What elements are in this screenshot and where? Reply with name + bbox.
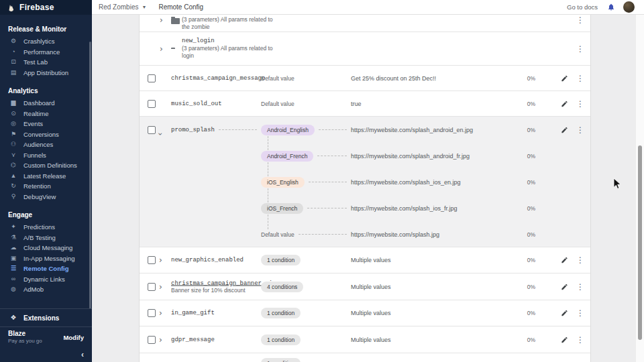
condition-zone: Android_French bbox=[261, 151, 351, 162]
notifications-bell-icon[interactable] bbox=[607, 3, 615, 11]
row-menu-icon[interactable]: ⋮ bbox=[576, 256, 584, 264]
sidebar-item-conversions[interactable]: ⚑Conversions bbox=[0, 129, 92, 140]
edit-icon[interactable] bbox=[561, 74, 568, 82]
sidebar-item-extensions[interactable]: ❖ Extensions bbox=[0, 308, 92, 327]
sidebar-item-in-app-messaging[interactable]: ▣In-App Messaging bbox=[0, 253, 92, 264]
usage-percent: 0% bbox=[527, 153, 535, 160]
chevron-right-icon[interactable]: › bbox=[160, 45, 163, 53]
chevron-right-icon[interactable]: › bbox=[160, 16, 163, 24]
remote-config-icon: ☰ bbox=[9, 265, 18, 272]
firebase-logo-bar[interactable]: Firebase bbox=[0, 0, 92, 15]
sidebar-item-crashlytics[interactable]: ⚙Crashlytics bbox=[0, 36, 92, 47]
group-description: (3 parameters) All params related to the… bbox=[182, 16, 273, 31]
table-row-group-new-login[interactable]: › new_login (3 parameters) All params re… bbox=[140, 32, 590, 66]
section-header-release-monitor: Release & Monitor bbox=[0, 23, 92, 36]
sidebar-item-remote-config[interactable]: ☰Remote Config bbox=[0, 263, 92, 274]
section-engage: Engage ✦Predictions ⚗A/B Testing ☁Cloud … bbox=[0, 204, 92, 298]
table-row-group-zombie[interactable]: › (3 parameters) All params related to t… bbox=[140, 15, 590, 32]
sidebar-item-label: Realtime bbox=[23, 110, 49, 117]
sidebar-item-funnels[interactable]: ⋎Funnels bbox=[0, 150, 92, 161]
sidebar-item-audiences[interactable]: ⚇Audiences bbox=[0, 139, 92, 150]
plan-name: Blaze bbox=[8, 330, 42, 338]
brand-title: Firebase bbox=[19, 3, 54, 12]
edit-icon[interactable] bbox=[561, 100, 568, 107]
group-desc-line2: login bbox=[182, 52, 273, 60]
sidebar-item-label: Cloud Messaging bbox=[23, 244, 72, 251]
sidebar-item-cloud-messaging[interactable]: ☁Cloud Messaging bbox=[0, 243, 92, 253]
edit-icon[interactable] bbox=[561, 336, 568, 343]
modify-plan-button[interactable]: Modify bbox=[63, 334, 84, 341]
row-checkbox[interactable] bbox=[148, 256, 156, 264]
go-to-docs-link[interactable]: Go to docs bbox=[567, 3, 598, 11]
table-row-christmas-campaign-message[interactable]: christmas_campaign_message Default value… bbox=[140, 66, 590, 91]
sidebar-item-retention[interactable]: ↻Retention bbox=[0, 181, 92, 192]
row-menu-icon[interactable]: ⋮ bbox=[576, 126, 584, 134]
default-value-label: Default value bbox=[261, 231, 294, 238]
row-checkbox[interactable] bbox=[148, 283, 156, 291]
sidebar-item-performance[interactable]: ◔Performance bbox=[0, 47, 92, 58]
sidebar-scrollbar[interactable] bbox=[89, 42, 91, 308]
sidebar-item-events[interactable]: ◎Events bbox=[0, 119, 92, 129]
test-lab-icon: ⊡ bbox=[9, 59, 18, 65]
param-name: new_graphics_enabled bbox=[171, 257, 244, 263]
ab-testing-icon: ⚗ bbox=[9, 235, 18, 241]
condition-zone: iOS_French bbox=[261, 203, 351, 214]
sidebar-item-admob[interactable]: ◍AdMob bbox=[0, 284, 92, 295]
row-menu-icon[interactable]: ⋮ bbox=[576, 283, 584, 291]
row-checkbox[interactable] bbox=[148, 336, 156, 344]
row-checkbox[interactable] bbox=[148, 74, 156, 82]
conditions-chip: 1 condition bbox=[261, 358, 301, 362]
project-switcher[interactable]: Red Zombies ▼ bbox=[99, 3, 146, 11]
sidebar-item-realtime[interactable]: ⊙Realtime bbox=[0, 109, 92, 119]
sidebar-item-dashboard[interactable]: ▆Dashboard bbox=[0, 98, 92, 109]
sidebar-item-predictions[interactable]: ✦Predictions bbox=[0, 222, 92, 233]
sidebar-item-latest-release[interactable]: ▲Latest Release bbox=[0, 171, 92, 182]
chevron-right-icon[interactable]: › bbox=[159, 336, 162, 344]
conditions-chip: 1 condition bbox=[261, 335, 301, 345]
table-row-gdpr-message[interactable]: › gdpr_message 1 condition Multiple valu… bbox=[140, 326, 590, 353]
row-menu-icon[interactable]: ⋮ bbox=[576, 45, 584, 53]
row-menu-icon[interactable]: ⋮ bbox=[576, 100, 584, 108]
chevron-down-icon[interactable]: › bbox=[156, 132, 164, 135]
chevron-right-icon[interactable]: › bbox=[159, 256, 162, 264]
sidebar-item-label: Funnels bbox=[23, 152, 46, 159]
page-scrollbar-track[interactable] bbox=[635, 15, 644, 362]
table-row-christmas-campaign-banner-size[interactable]: › christmas_campaign_banner_size Banner … bbox=[140, 274, 590, 300]
plan-row: Blaze Pay as you go Modify bbox=[0, 327, 92, 347]
performance-icon: ◔ bbox=[9, 49, 18, 55]
sidebar-item-app-distribution[interactable]: ▤App Distribution bbox=[0, 68, 92, 78]
table-row-new-graphics-enabled[interactable]: › new_graphics_enabled 1 condition Multi… bbox=[140, 247, 590, 274]
sidebar-item-dynamic-links[interactable]: ∞Dynamic Links bbox=[0, 274, 92, 285]
breadcrumb[interactable]: Remote Config bbox=[158, 3, 203, 11]
usage-percent: 0% bbox=[527, 127, 535, 133]
sidebar-item-ab-testing[interactable]: ⚗A/B Testing bbox=[0, 233, 92, 243]
sidebar-item-debugview[interactable]: ⚲DebugView bbox=[0, 192, 92, 202]
row-menu-icon[interactable]: ⋮ bbox=[576, 74, 584, 82]
param-value: Multiple values bbox=[351, 284, 391, 290]
row-menu-icon[interactable]: ⋮ bbox=[576, 309, 584, 317]
chevron-right-icon[interactable]: › bbox=[159, 283, 162, 291]
table-row-music-sold-out[interactable]: music_sold_out Default value true 0% ⋮ bbox=[140, 91, 590, 117]
edit-icon[interactable] bbox=[561, 310, 568, 317]
usage-percent: 0% bbox=[527, 284, 535, 290]
row-checkbox[interactable] bbox=[148, 126, 156, 134]
param-value: Multiple values bbox=[351, 310, 391, 316]
promo-splash-entry[interactable]: › promo_splash Android_English https://m… bbox=[140, 117, 590, 143]
edit-icon[interactable] bbox=[561, 283, 568, 290]
edit-icon[interactable] bbox=[561, 126, 568, 133]
table-row-in-game-gift[interactable]: › in_game_gift 1 condition Multiple valu… bbox=[140, 300, 590, 326]
avatar[interactable] bbox=[623, 1, 635, 13]
row-checkbox[interactable] bbox=[148, 100, 156, 108]
row-checkbox[interactable] bbox=[148, 309, 156, 317]
edit-icon[interactable] bbox=[561, 257, 568, 264]
collapse-sidebar-icon[interactable]: ‹ bbox=[81, 350, 84, 359]
sidebar-item-test-lab[interactable]: ⊡Test Lab bbox=[0, 57, 92, 68]
row-menu-icon[interactable]: ⋮ bbox=[576, 336, 584, 344]
sidebar-item-custom-definitions[interactable]: ⌬Custom Definitions bbox=[0, 160, 92, 171]
sidebar-item-label: Dashboard bbox=[23, 99, 54, 107]
chevron-right-icon[interactable]: › bbox=[159, 309, 162, 317]
row-menu-icon[interactable]: ⋮ bbox=[576, 16, 584, 24]
page-scrollbar-thumb[interactable] bbox=[638, 145, 642, 340]
param-value-url: https://mywebsite.com/splash_android_fr.… bbox=[351, 153, 470, 160]
collapse-row: ‹ bbox=[0, 347, 92, 362]
